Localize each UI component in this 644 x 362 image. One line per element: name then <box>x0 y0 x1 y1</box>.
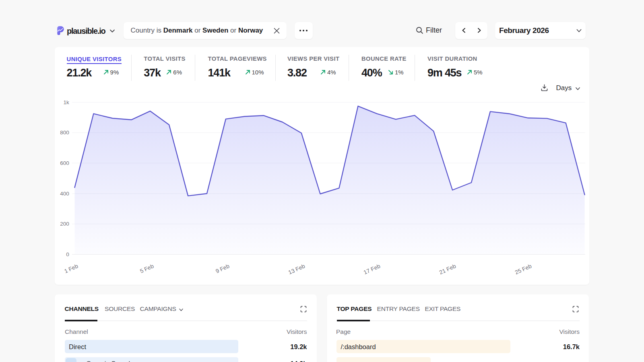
svg-text:400: 400 <box>60 190 69 196</box>
svg-text:800: 800 <box>60 130 69 136</box>
svg-text:200: 200 <box>60 221 69 227</box>
svg-text:600: 600 <box>60 160 69 166</box>
svg-text:0: 0 <box>66 251 69 257</box>
svg-text:1k: 1k <box>64 99 70 105</box>
